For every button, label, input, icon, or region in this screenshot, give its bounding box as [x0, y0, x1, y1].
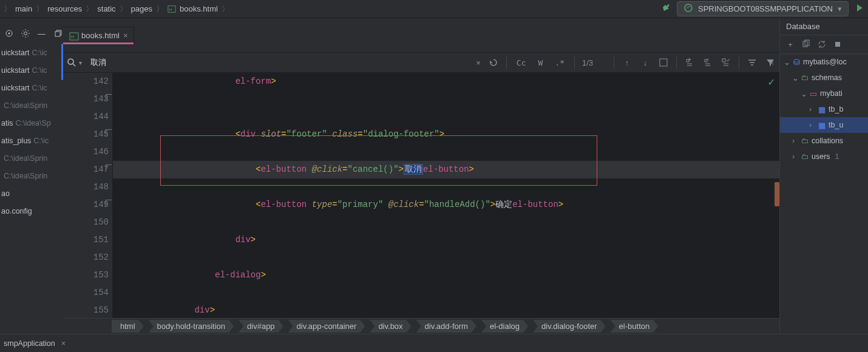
tag-crumb[interactable]: div.app-container [288, 320, 365, 333]
select-opened-file-icon[interactable] [4, 28, 14, 39]
code-line[interactable] [113, 108, 779, 126]
code-line[interactable] [113, 284, 779, 302]
duplicate-icon[interactable] [801, 39, 812, 50]
code-line[interactable]: <el-button type="primary" @click="handle… [113, 196, 779, 214]
search-icon[interactable]: ▾ [67, 58, 82, 67]
run-icon[interactable] [855, 3, 864, 15]
project-tree-item[interactable]: ao.config [0, 202, 63, 220]
chevron-right-icon: › [792, 152, 798, 161]
database-panel-title: Database [780, 18, 868, 35]
refresh-icon[interactable] [816, 39, 827, 50]
breadcrumb-item[interactable]: static [97, 4, 115, 13]
no-problems-icon[interactable]: ✓ [768, 75, 775, 89]
chevron-down-icon: ⌄ [801, 89, 807, 98]
folder-icon: 🗀 [801, 137, 809, 145]
next-match-icon[interactable]: ↓ [640, 57, 651, 68]
line-number: 150 [63, 214, 109, 231]
code-line[interactable]: div> [113, 302, 779, 319]
table-node[interactable]: › ▦ tb_u [780, 117, 868, 133]
breadcrumb-item[interactable]: main [15, 4, 32, 13]
history-icon[interactable] [488, 57, 499, 68]
database-tree[interactable]: ⌄ ⛁ mybatis@loc ⌄ 🗀 schemas ⌄ ▭ mybati ›… [780, 54, 868, 334]
tag-crumb[interactable]: div.box [370, 320, 411, 333]
code-line[interactable] [113, 214, 779, 231]
code-line[interactable] [113, 249, 779, 266]
tag-crumb[interactable]: html [112, 320, 144, 333]
tool-window-tab[interactable]: smpApplication [4, 339, 55, 348]
match-case-toggle[interactable]: Cc [514, 57, 529, 69]
tag-crumb[interactable]: div.add-form [416, 320, 476, 333]
table-node[interactable]: › ▦ tb_b [780, 101, 868, 117]
tag-crumb[interactable]: div.dialog-footer [533, 320, 606, 333]
project-tree-item[interactable]: C:\idea\Sprin [0, 167, 63, 184]
project-tree-item[interactable]: uickstartC:\ic [0, 61, 63, 79]
scrollbar-marker[interactable] [775, 182, 779, 206]
restore-icon[interactable] [53, 28, 63, 39]
folder-icon: 🗀 [801, 73, 809, 82]
add-selection-icon[interactable] [684, 57, 695, 68]
stop-icon[interactable] [832, 39, 843, 50]
project-tree-item[interactable]: uickstartC:\ic [0, 79, 63, 96]
svg-rect-11 [722, 59, 725, 62]
line-number: 154 [63, 284, 109, 302]
prev-match-icon[interactable]: ↑ [622, 57, 632, 68]
line-number: 146 [63, 143, 109, 161]
schemas-node[interactable]: ⌄ 🗀 schemas [780, 70, 868, 86]
code-editor[interactable]: 1421431441451461471481491501511521531541… [63, 73, 779, 318]
code-content[interactable]: ✓ el-form> <div slot="footer" class="dia… [113, 73, 779, 318]
breadcrumb-item[interactable]: pages [131, 4, 152, 13]
project-tree-item[interactable]: ao [0, 184, 63, 202]
code-line[interactable]: <div slot="footer" class="dialog-footer"… [113, 126, 779, 143]
project-tree-item[interactable]: atis_plusC:\ic [0, 132, 63, 149]
chevron-right-icon: 〉 [4, 4, 12, 15]
remove-selection-icon[interactable] [702, 57, 713, 68]
select-all-occurrences-icon[interactable] [721, 57, 731, 68]
code-line[interactable]: <el-button @click="cancel()">取消el-button… [113, 161, 779, 178]
tag-crumb[interactable]: el-dialog [481, 320, 528, 333]
tag-crumb[interactable]: body.hold-transition [149, 320, 234, 333]
line-number: 144 [63, 108, 109, 126]
editor-tab[interactable]: H books.html × [63, 27, 134, 44]
add-datasource-icon[interactable]: + [785, 39, 796, 50]
build-icon[interactable] [661, 3, 671, 15]
code-line[interactable] [113, 143, 779, 161]
project-tree-item[interactable]: atisC:\idea\Sp [0, 114, 63, 132]
project-tree-item[interactable]: C:\idea\Sprin [0, 149, 63, 167]
filter-lines-icon[interactable] [747, 57, 758, 68]
breadcrumb-item[interactable]: books.html [180, 4, 218, 13]
project-tree-item[interactable]: C:\idea\Sprin [0, 96, 63, 114]
close-find-icon[interactable]: × [766, 58, 777, 67]
code-line[interactable]: div> [113, 231, 779, 249]
select-all-icon[interactable] [658, 57, 669, 68]
regex-toggle[interactable]: .* [552, 57, 567, 69]
breadcrumb-item[interactable]: resources [47, 4, 82, 13]
svg-point-9 [68, 59, 73, 64]
line-gutter: 1421431441451461471481491501511521531541… [63, 73, 113, 318]
close-tool-tab-icon[interactable]: × [61, 339, 66, 348]
svg-rect-14 [835, 42, 840, 47]
code-line[interactable] [113, 90, 779, 108]
search-query[interactable]: 取消 [90, 57, 106, 68]
code-line[interactable]: el-dialog> [113, 266, 779, 284]
gear-icon[interactable] [20, 28, 30, 39]
tag-crumb[interactable]: el-button [611, 320, 659, 333]
datasource-node[interactable]: ⌄ ⛁ mybatis@loc [780, 54, 868, 70]
code-line[interactable]: el-form> [113, 73, 779, 90]
users-node[interactable]: › 🗀 users 1 [780, 149, 868, 164]
code-line[interactable] [113, 178, 779, 196]
schema-node[interactable]: ⌄ ▭ mybati [780, 86, 868, 101]
minimize-icon[interactable]: — [36, 28, 47, 39]
tag-crumb[interactable]: div#app [239, 320, 283, 333]
clear-query-icon[interactable]: × [476, 58, 481, 67]
line-number: 155 [63, 302, 109, 319]
chevron-down-icon: ⌄ [784, 58, 790, 67]
schema-icon: ▭ [809, 89, 818, 98]
whole-word-toggle[interactable]: W [536, 57, 546, 69]
collations-node[interactable]: › 🗀 collations [780, 133, 868, 149]
close-tab-icon[interactable]: × [123, 31, 128, 40]
line-number: 151 [63, 231, 109, 249]
run-config-selector[interactable]: SPRINGBOOT08SSMPAPPLICATION ▾ [677, 1, 849, 16]
tab-label: books.html [81, 31, 120, 40]
project-tree[interactable]: uickstartC:\icuickstartC:\icuickstartC:\… [0, 44, 63, 334]
project-tree-item[interactable]: uickstartC:\ic [0, 44, 63, 61]
